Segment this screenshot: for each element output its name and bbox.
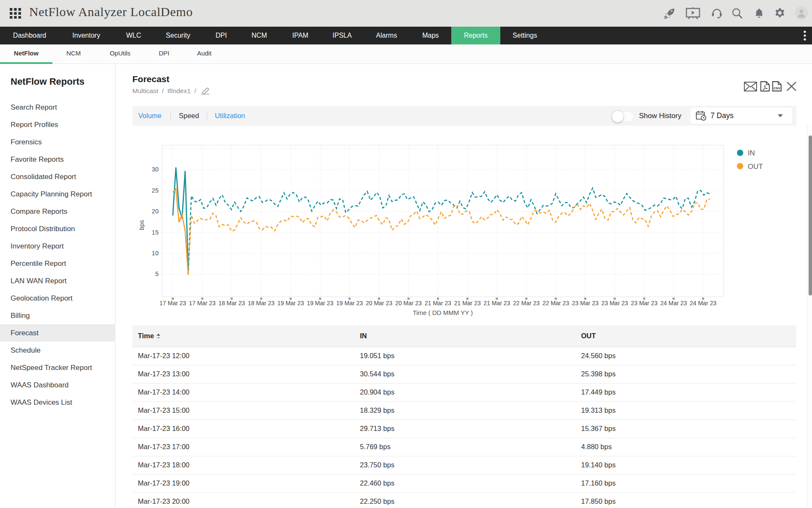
svg-text:19 Mar 23: 19 Mar 23 xyxy=(277,300,304,306)
svg-text:15: 15 xyxy=(152,229,159,236)
svg-text:bps: bps xyxy=(138,220,145,230)
svg-text:OUT: OUT xyxy=(748,163,763,171)
svg-text:20: 20 xyxy=(152,208,159,215)
svg-text:CSV: CSV xyxy=(774,86,781,90)
svg-text:10: 10 xyxy=(152,250,159,257)
svg-text:20 Mar 23: 20 Mar 23 xyxy=(395,300,422,306)
svg-text:24 Mar 23: 24 Mar 23 xyxy=(660,300,687,306)
svg-text:Time ( DD MMM YY ): Time ( DD MMM YY ) xyxy=(413,309,473,316)
svg-text:25: 25 xyxy=(152,187,159,194)
svg-text:21 Mar 23: 21 Mar 23 xyxy=(483,300,510,306)
svg-text:22 Mar 23: 22 Mar 23 xyxy=(513,300,540,306)
svg-text:24 Mar 23: 24 Mar 23 xyxy=(690,300,716,306)
svg-text:21 Mar 23: 21 Mar 23 xyxy=(454,300,481,306)
svg-text:23 Mar 23: 23 Mar 23 xyxy=(601,300,628,306)
svg-text:19 Mar 23: 19 Mar 23 xyxy=(336,300,363,306)
svg-text:22 Mar 23: 22 Mar 23 xyxy=(543,300,569,306)
svg-text:30: 30 xyxy=(152,166,159,173)
svg-text:17 Mar 23: 17 Mar 23 xyxy=(159,300,186,306)
svg-text:23 Mar 23: 23 Mar 23 xyxy=(631,300,658,306)
svg-text:21 Mar 23: 21 Mar 23 xyxy=(425,300,451,306)
svg-text:17 Mar 23: 17 Mar 23 xyxy=(189,300,216,306)
svg-text:20 Mar 23: 20 Mar 23 xyxy=(366,300,392,306)
svg-text:18 Mar 23: 18 Mar 23 xyxy=(218,300,245,306)
svg-text:5: 5 xyxy=(155,271,159,277)
svg-text:IN: IN xyxy=(748,149,755,157)
svg-text:23 Mar 23: 23 Mar 23 xyxy=(572,300,598,306)
svg-text:18 Mar 23: 18 Mar 23 xyxy=(248,300,274,306)
svg-text:19 Mar 23: 19 Mar 23 xyxy=(307,300,333,306)
